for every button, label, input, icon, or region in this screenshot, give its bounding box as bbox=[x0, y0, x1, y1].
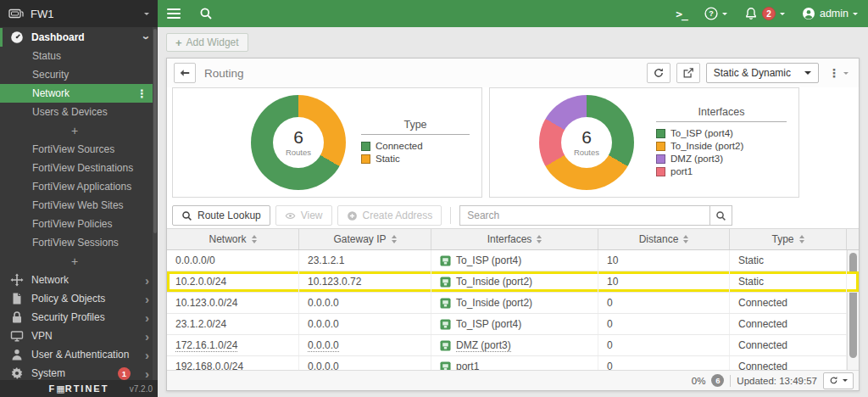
legend-item-port1[interactable]: port1 bbox=[656, 166, 787, 176]
legend-item-dmz-port3[interactable]: DMZ (port3) bbox=[656, 154, 787, 164]
widget-options-button[interactable]: ⋮ bbox=[825, 66, 852, 80]
create-address-button[interactable]: Create Address bbox=[337, 205, 442, 226]
legend-item-to-isp-port4[interactable]: To_ISP (port4) bbox=[656, 128, 787, 138]
chevron-right-icon: › bbox=[145, 311, 149, 324]
route-row-10-2-0-0-24[interactable]: 10.2.0.0/2410.123.0.72To_Inside (port2)1… bbox=[167, 271, 859, 293]
route-row-192-168-0-0-24[interactable]: 192.168.0.0/240.0.0.0port10Connected bbox=[167, 356, 859, 370]
sidebar-item-security[interactable]: Security bbox=[0, 65, 158, 84]
cell-network-value: 172.16.1.0/24 bbox=[175, 339, 237, 352]
column-header-network[interactable]: Network bbox=[167, 229, 299, 249]
cell-interface-value: DMZ (port3) bbox=[456, 339, 511, 352]
cell-gateway-ip: 0.0.0.0 bbox=[299, 356, 431, 370]
table-body: 0.0.0.0/023.1.2.1To_ISP (port4)10Static1… bbox=[167, 250, 859, 370]
eye-icon bbox=[285, 210, 296, 221]
sidebar-item-label: Network bbox=[32, 87, 135, 99]
cell-network: 172.16.1.0/24 bbox=[167, 335, 299, 355]
sidebar-item-label: FortiView Applications bbox=[32, 181, 149, 193]
search-input[interactable] bbox=[459, 205, 709, 226]
column-header-gateway-ip[interactable]: Gateway IP bbox=[299, 229, 431, 249]
cell-network-value: 0.0.0.0/0 bbox=[175, 254, 215, 266]
sidebar-scrollbar[interactable] bbox=[153, 27, 158, 380]
legend-item-connected[interactable]: Connected bbox=[361, 141, 470, 151]
legend-item-to-inside-port2[interactable]: To_Inside (port2) bbox=[656, 141, 787, 151]
cell-distance-value: 10 bbox=[607, 254, 618, 266]
donut-chart-type[interactable]: 6Routes bbox=[251, 95, 346, 190]
sidebar-item-user-authentication[interactable]: User & Authentication› bbox=[0, 345, 158, 364]
column-header-label: Distance bbox=[639, 233, 679, 245]
sidebar-item-fortiview-applications[interactable]: FortiView Applications bbox=[0, 177, 158, 196]
sidebar-item-fortiview-web-sites[interactable]: FortiView Web Sites bbox=[0, 196, 158, 215]
chevron-down-icon bbox=[144, 13, 149, 15]
chevron-right-icon: › bbox=[145, 330, 149, 343]
notification-count-badge: 2 bbox=[762, 7, 776, 20]
route-row-172-16-1-0-24[interactable]: 172.16.1.0/240.0.0.0DMZ (port3)0Connecte… bbox=[167, 335, 859, 356]
sort-icon bbox=[537, 235, 542, 243]
updated-timestamp: Updated: 13:49:57 bbox=[737, 376, 817, 386]
sidebar-item-dashboard[interactable]: Dashboard› bbox=[0, 28, 158, 47]
sidebar-scrollbar-thumb[interactable] bbox=[153, 29, 157, 233]
legend-item-static[interactable]: Static bbox=[361, 154, 470, 164]
cell-distance: 0 bbox=[598, 356, 730, 370]
sidebar-item-vpn[interactable]: VPN› bbox=[0, 327, 158, 345]
refresh-widget-button[interactable] bbox=[647, 63, 670, 83]
cell-interface-value: To_ISP (port4) bbox=[456, 318, 521, 330]
open-in-new-window-button[interactable] bbox=[676, 63, 700, 83]
cli-console-icon[interactable]: >_ bbox=[676, 8, 687, 20]
cell-gateway-ip-value: 0.0.0.0 bbox=[308, 361, 339, 370]
cell-type: Connected bbox=[730, 293, 847, 313]
route-lookup-button[interactable]: Route Lookup bbox=[172, 205, 270, 226]
kebab-menu-icon[interactable]: ⋮ bbox=[135, 87, 149, 100]
column-header-type[interactable]: Type bbox=[730, 229, 847, 249]
sidebar-item-system[interactable]: System1› bbox=[0, 364, 158, 380]
hamburger-menu-icon[interactable] bbox=[167, 8, 181, 19]
table-scrollbar-thumb[interactable] bbox=[849, 253, 857, 358]
donut-chart-interfaces[interactable]: 6Routes bbox=[539, 95, 634, 190]
sidebar-item-security-profiles[interactable]: Security Profiles› bbox=[0, 308, 158, 327]
route-row-0-0-0-0-0[interactable]: 0.0.0.0/023.1.2.1To_ISP (port4)10Static bbox=[167, 250, 859, 271]
user-avatar-icon bbox=[802, 7, 815, 20]
legend-label: port1 bbox=[670, 166, 693, 176]
sidebar-item-network[interactable]: Network⋮ bbox=[0, 84, 158, 103]
table-scrollbar[interactable] bbox=[847, 250, 859, 370]
view-button[interactable]: View bbox=[275, 205, 332, 226]
sidebar-item-policy-objects[interactable]: Policy & Objects› bbox=[0, 289, 158, 308]
auto-refresh-button[interactable] bbox=[823, 372, 854, 389]
legend-swatch bbox=[656, 167, 665, 176]
help-icon: ? bbox=[704, 7, 718, 20]
sort-icon bbox=[683, 235, 688, 243]
sidebar-item-fortiview-sessions[interactable]: FortiView Sessions bbox=[0, 233, 158, 252]
chevron-right-icon: › bbox=[145, 367, 149, 380]
route-row-10-123-0-0-24[interactable]: 10.123.0.0/240.0.0.0To_Inside (port2)0Co… bbox=[167, 293, 859, 314]
cell-distance: 10 bbox=[598, 250, 730, 271]
route-count-value: 6 bbox=[581, 128, 592, 146]
admin-menu[interactable]: admin bbox=[802, 7, 858, 20]
sidebar-item-fortiview-destinations[interactable]: FortiView Destinations bbox=[0, 159, 158, 177]
chart-legend-interfaces: InterfacesTo_ISP (port4)To_Inside (port2… bbox=[656, 106, 787, 179]
search-submit-button[interactable] bbox=[709, 205, 732, 226]
topbar: >_ ? 2 admin bbox=[158, 0, 868, 27]
sidebar-item-network[interactable]: Network› bbox=[0, 271, 158, 289]
back-button[interactable] bbox=[174, 63, 196, 83]
cell-distance-value: 0 bbox=[607, 339, 613, 351]
add-widget-button[interactable]: + Add Widget bbox=[166, 33, 248, 52]
sidebar-add-button[interactable]: + bbox=[0, 252, 158, 271]
device-selector[interactable]: FW1 bbox=[0, 0, 158, 27]
plus-icon: + bbox=[71, 124, 78, 137]
sidebar-add-button[interactable]: + bbox=[0, 121, 158, 140]
sidebar-item-users-devices[interactable]: Users & Devices bbox=[0, 103, 158, 121]
sidebar-item-fortiview-policies[interactable]: FortiView Policies bbox=[0, 215, 158, 233]
notifications-menu[interactable]: 2 bbox=[744, 7, 785, 20]
global-search-icon[interactable] bbox=[199, 7, 213, 20]
widget-footer: 0% 6 Updated: 13:49:57 bbox=[167, 370, 859, 390]
column-header-distance[interactable]: Distance bbox=[598, 229, 730, 249]
route-row-23-1-2-0-24[interactable]: 23.1.2.0/240.0.0.0To_ISP (port4)0Connect… bbox=[167, 314, 859, 335]
route-table: NetworkGateway IPInterfacesDistanceType … bbox=[167, 228, 859, 370]
sidebar-item-status[interactable]: Status bbox=[0, 47, 158, 65]
route-toolbar: Route Lookup View Create Address bbox=[167, 203, 859, 228]
sidebar-item-fortiview-sources[interactable]: FortiView Sources bbox=[0, 140, 158, 159]
route-type-filter-select[interactable]: Static & Dynamic bbox=[706, 63, 819, 83]
help-menu[interactable]: ? bbox=[704, 7, 727, 20]
column-header-interfaces[interactable]: Interfaces bbox=[431, 229, 598, 249]
interface-port-icon bbox=[440, 298, 451, 309]
cell-gateway-ip: 23.1.2.1 bbox=[299, 250, 431, 271]
